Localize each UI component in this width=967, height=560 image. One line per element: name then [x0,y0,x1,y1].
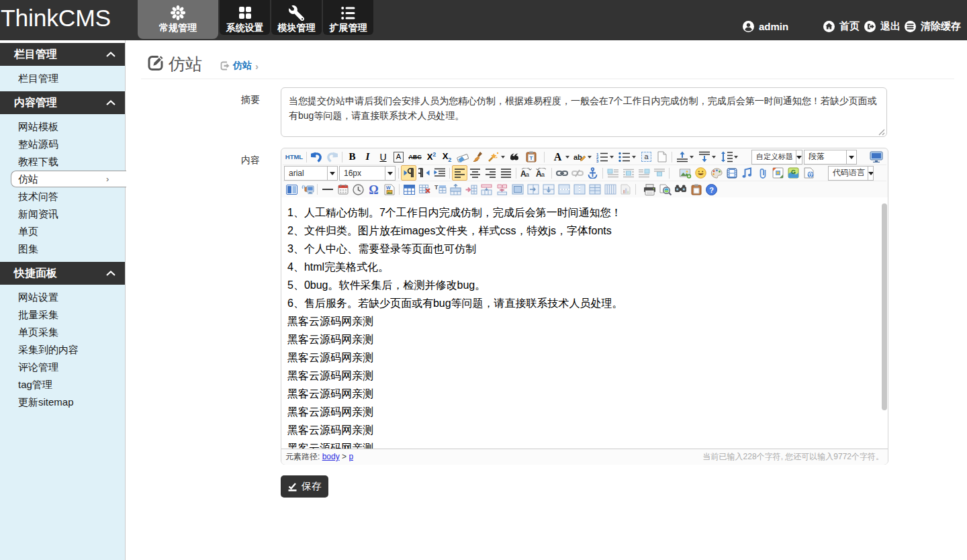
svg-text:G: G [791,169,796,175]
svg-text:3: 3 [596,159,599,162]
svg-text:W: W [386,185,391,190]
svg-text:Ω: Ω [369,184,378,195]
svg-text:?: ? [709,185,714,193]
svg-text:a: a [526,171,529,178]
svg-text:T: T [434,184,439,191]
svg-text:T: T [529,155,533,161]
svg-text:a: a [541,171,545,178]
